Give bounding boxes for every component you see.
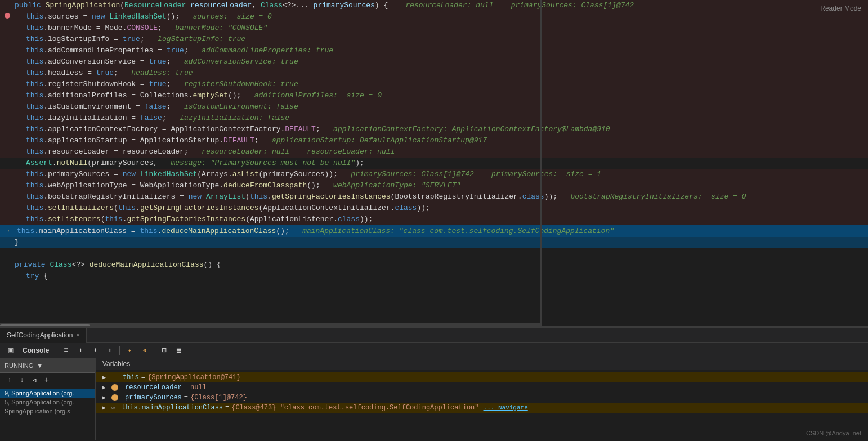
step-down-button[interactable]: ↓ xyxy=(17,375,27,385)
line-content-20: this.setListeners(this.getSpringFactorie… xyxy=(15,214,868,225)
navigate-link[interactable]: ... Navigate xyxy=(484,404,528,411)
var-icon-orange-primarysources xyxy=(111,394,118,401)
bottom-debug-panel: SelfCodingApplication × ▣ Console ≡ ⬆ ⬇ … xyxy=(0,328,868,441)
var-val-resourceloader: null xyxy=(190,384,207,392)
code-line-14: this.resourceLoader = resourceLoader; re… xyxy=(0,146,868,158)
expand-mainapplicationclass-icon[interactable]: ▶ xyxy=(102,404,109,411)
toolbar-separator-2 xyxy=(119,346,120,355)
code-line-18: this.bootstrapRegistryInitializers = new… xyxy=(0,191,868,202)
console-icon-btn[interactable]: ▣ xyxy=(5,344,17,357)
stack-frame-2[interactable]: SpringApplication (org.s xyxy=(0,407,95,416)
running-label: RUNNING xyxy=(5,362,33,369)
line-content-19: this.setInitializers(this.getSpringFacto… xyxy=(15,202,868,214)
grid-view-button[interactable]: ⊞ xyxy=(158,344,170,357)
code-line-4: this.logStartupInfo = true; logStartupIn… xyxy=(0,34,868,45)
code-line-23 xyxy=(0,248,868,259)
filter-nav-button[interactable]: ⊲ xyxy=(29,375,39,385)
line-content-9: this.additionalProfiles = Collections.em… xyxy=(15,90,868,101)
line-content-25: try { xyxy=(15,271,868,282)
debug-toolbar: ▣ Console ≡ ⬆ ⬇ ⬆ ✦ ⊲ ⊞ ≣ xyxy=(0,343,868,358)
restore-down-button[interactable]: ⬇ xyxy=(89,344,101,357)
line-content-12: this.applicationContextFactory = Applica… xyxy=(15,124,868,135)
dropdown-arrow-icon: ▼ xyxy=(37,362,43,369)
line-content-10: this.isCustomEnvironment = false; isCust… xyxy=(15,101,868,112)
nav-arrows-bar: ↑ ↓ ⊲ + xyxy=(0,373,95,388)
stack-frame-0[interactable]: 9, SpringApplication (org. xyxy=(0,389,95,398)
var-eq-this: = xyxy=(141,374,145,381)
var-icon-orange-resourceloader xyxy=(111,384,118,391)
variable-primarysources[interactable]: ▶ primarySources = {Class[1]@742} xyxy=(96,393,868,403)
code-line-5: this.addCommandLineProperties = true; ad… xyxy=(0,45,868,56)
var-name-primarysources: primarySources xyxy=(125,394,182,402)
variable-this[interactable]: ▶ this = {SpringApplication@741} xyxy=(96,372,868,382)
var-eq-resourceloader: = xyxy=(184,384,188,392)
var-val-mainapplicationclass: {Class@473} "class com.test.selfcoding.S… xyxy=(231,404,478,412)
line-content-11: this.lazyInitialization = false; lazyIni… xyxy=(15,112,868,124)
code-line-9: this.additionalProfiles = Collections.em… xyxy=(0,90,868,101)
line-content-17: this.webApplicationType = WebApplication… xyxy=(15,180,868,191)
step-up-button[interactable]: ↑ xyxy=(5,375,15,385)
code-line-17: this.webApplicationType = WebApplication… xyxy=(0,180,868,191)
line-content-2: this.sources = new LinkedHashSet(); sour… xyxy=(15,11,868,22)
line-content-8: this.registerShutdownHook = true; regist… xyxy=(15,79,868,90)
pin-button[interactable]: ⬆ xyxy=(104,344,116,357)
variable-mainapplicationclass[interactable]: ▶ ∞ this.mainApplicationClass = {Class@4… xyxy=(96,403,868,413)
gutter-2 xyxy=(5,11,15,22)
code-line-25: try { xyxy=(0,271,868,282)
stack-frame-label-1: 5, SpringApplication (org. xyxy=(5,399,74,406)
code-line-6: this.addConversionService = true; addCon… xyxy=(0,56,868,68)
line-content-1: public SpringApplication(ResourceLoader … xyxy=(15,0,868,11)
console-label: Console xyxy=(19,346,52,354)
variable-resourceloader[interactable]: ▶ resourceLoader = null xyxy=(96,382,868,393)
restore-up-button[interactable]: ⬆ xyxy=(74,344,87,357)
line-content-4: this.logStartupInfo = true; logStartupIn… xyxy=(15,34,868,45)
tab-bar: SelfCodingApplication × xyxy=(0,328,868,343)
multi-button[interactable]: ✦ xyxy=(123,344,136,357)
code-line-11: this.lazyInitialization = false; lazyIni… xyxy=(0,112,868,124)
arrow-21: → xyxy=(5,226,9,235)
breakpoint-2 xyxy=(5,13,10,19)
variables-list: ▶ this = {SpringApplication@741} ▶ resou… xyxy=(96,370,868,415)
tab-selfcoding[interactable]: SelfCodingApplication × xyxy=(0,328,87,343)
code-lines: public SpringApplication(ResourceLoader … xyxy=(0,0,868,282)
filter-button[interactable]: ⊲ xyxy=(138,344,150,357)
align-button[interactable]: ≣ xyxy=(172,344,185,357)
variables-header: Variables xyxy=(96,358,868,370)
line-content-7: this.headless = true; headless: true xyxy=(15,68,868,79)
var-name-this: this xyxy=(123,374,139,381)
code-panel-divider xyxy=(540,0,542,326)
line-content-5: this.addCommandLineProperties = true; ad… xyxy=(15,45,868,56)
line-content-3: this.bannerMode = Mode.CONSOLE; bannerMo… xyxy=(15,22,868,34)
code-line-12: this.applicationContextFactory = Applica… xyxy=(0,124,868,135)
code-line-21: → this.mainApplicationClass = this.deduc… xyxy=(0,225,868,237)
var-eq-mainapplicationclass: = xyxy=(225,404,229,412)
code-line-3: this.bannerMode = Mode.CONSOLE; bannerMo… xyxy=(0,22,868,34)
code-line-1: public SpringApplication(ResourceLoader … xyxy=(0,0,868,11)
toolbar-separator-3 xyxy=(154,346,154,355)
var-val-primarysources: {Class[1]@742} xyxy=(190,394,247,402)
var-name-mainapplicationclass: this.mainApplicationClass xyxy=(122,404,223,412)
code-line-15: Assert.notNull(primarySources, message: … xyxy=(0,158,868,169)
var-icon-infinity: ∞ xyxy=(111,405,115,411)
code-line-10: this.isCustomEnvironment = false; isCust… xyxy=(0,101,868,112)
stack-frame-1[interactable]: 5, SpringApplication (org. xyxy=(0,398,95,407)
reader-mode-button[interactable]: Reader Mode xyxy=(820,4,861,12)
code-line-2: this.sources = new LinkedHashSet(); sour… xyxy=(0,11,868,22)
variables-values-panel: Variables ▶ this = {SpringApplication@74… xyxy=(96,358,868,440)
toolbar-separator-1 xyxy=(56,346,56,355)
code-line-22: } xyxy=(0,237,868,248)
line-content-15: Assert.notNull(primarySources, message: … xyxy=(15,158,868,169)
stack-frame-label-0: 9, SpringApplication (org. xyxy=(5,390,74,397)
line-content-6: this.addConversionService = true; addCon… xyxy=(15,56,868,68)
expand-primarysources-icon[interactable]: ▶ xyxy=(102,394,109,401)
list-view-button[interactable]: ≡ xyxy=(60,344,72,357)
line-content-18: this.bootstrapRegistryInitializers = new… xyxy=(15,191,868,202)
expand-this-icon[interactable]: ▶ xyxy=(102,374,109,381)
var-name-resourceloader: resourceLoader xyxy=(125,384,182,392)
expand-resourceloader-icon[interactable]: ▶ xyxy=(102,384,109,391)
stack-frames-panel: RUNNING ▼ ↑ ↓ ⊲ + 9, SpringApplication (… xyxy=(0,358,96,440)
tab-close-button[interactable]: × xyxy=(76,332,79,338)
var-val-this: {SpringApplication@741} xyxy=(147,374,241,381)
running-dropdown[interactable]: RUNNING ▼ xyxy=(0,358,95,373)
add-frame-button[interactable]: + xyxy=(42,375,52,385)
